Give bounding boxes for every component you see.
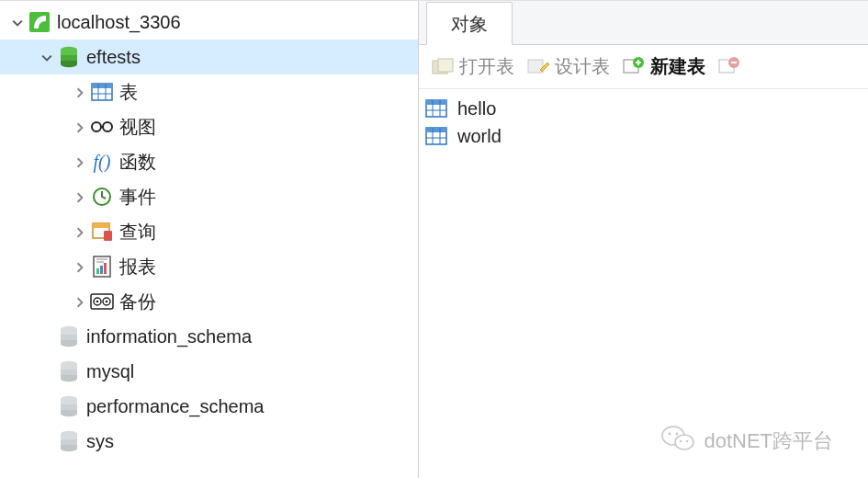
delete-table-button[interactable] xyxy=(713,54,746,80)
tree-database[interactable]: · performance_schema xyxy=(0,389,418,424)
watermark: dotNET跨平台 xyxy=(661,425,833,458)
function-icon: f() xyxy=(90,150,114,174)
chevron-right-icon[interactable] xyxy=(70,222,90,243)
db-label: sys xyxy=(86,431,114,452)
list-item[interactable]: hello xyxy=(421,95,866,122)
backup-icon xyxy=(90,290,114,313)
nav-tree: localhost_3306 eftests 表 视图 f() 函数 事件 xyxy=(0,1,418,478)
item-label: 查询 xyxy=(119,220,156,245)
svg-point-7 xyxy=(92,122,101,131)
table-name: hello xyxy=(457,98,496,120)
glasses-icon xyxy=(90,115,114,139)
svg-rect-11 xyxy=(93,223,109,228)
table-icon xyxy=(90,80,114,104)
item-label: 报表 xyxy=(119,255,156,279)
svg-point-22 xyxy=(96,301,99,303)
svg-rect-3 xyxy=(92,84,112,88)
design-table-icon xyxy=(527,56,549,78)
item-label: 备份 xyxy=(119,290,156,314)
clock-icon xyxy=(90,185,114,209)
item-label: 函数 xyxy=(119,150,156,175)
design-table-button[interactable]: 设计表 xyxy=(522,52,615,81)
svg-point-46 xyxy=(675,435,693,450)
chevron-right-icon[interactable] xyxy=(70,187,90,208)
tree-connection[interactable]: localhost_3306 xyxy=(0,5,418,40)
svg-rect-12 xyxy=(104,231,112,241)
db-label: performance_schema xyxy=(86,396,264,417)
svg-rect-29 xyxy=(438,59,453,72)
item-label: 事件 xyxy=(119,185,156,210)
tool-label: 设计表 xyxy=(555,54,610,79)
list-item[interactable]: world xyxy=(421,122,866,150)
item-label: 视图 xyxy=(119,115,156,140)
tab-objects[interactable]: 对象 xyxy=(426,2,513,45)
database-icon-inactive xyxy=(57,324,81,348)
chevron-down-icon[interactable] xyxy=(37,47,57,68)
tree-item-backups[interactable]: 备份 xyxy=(0,284,418,319)
open-table-button[interactable]: 打开表 xyxy=(426,52,520,81)
open-table-icon xyxy=(432,56,454,78)
query-icon xyxy=(90,220,114,244)
tree-item-events[interactable]: 事件 xyxy=(0,179,418,214)
svg-point-47 xyxy=(669,433,671,436)
main-panel: 对象 打开表 设计表 新建表 hello xyxy=(418,1,868,478)
report-icon xyxy=(90,255,114,279)
database-icon-inactive xyxy=(57,394,81,418)
tool-label: 打开表 xyxy=(459,54,514,79)
db-label: eftests xyxy=(86,47,141,68)
tab-bar: 对象 xyxy=(419,1,868,45)
svg-point-8 xyxy=(103,122,112,131)
table-name: world xyxy=(457,126,502,147)
svg-rect-41 xyxy=(426,128,446,132)
delete-table-icon xyxy=(718,56,740,78)
chevron-right-icon[interactable] xyxy=(70,152,90,173)
tree-item-queries[interactable]: 查询 xyxy=(0,214,418,249)
server-icon xyxy=(28,10,51,34)
svg-rect-15 xyxy=(100,266,103,274)
database-icon-inactive xyxy=(57,429,81,453)
tree-item-reports[interactable]: 报表 xyxy=(0,249,418,284)
svg-rect-36 xyxy=(426,100,446,105)
chevron-right-icon[interactable] xyxy=(70,256,90,278)
database-icon-inactive xyxy=(57,359,81,383)
tree-database-selected[interactable]: eftests xyxy=(0,40,418,74)
table-icon xyxy=(424,124,448,148)
db-label: information_schema xyxy=(86,326,252,347)
connection-label: localhost_3306 xyxy=(57,12,181,33)
item-label: 表 xyxy=(119,80,138,105)
svg-rect-14 xyxy=(96,268,99,274)
tree-database[interactable]: · information_schema xyxy=(0,319,418,354)
toolbar: 打开表 设计表 新建表 xyxy=(419,45,868,89)
tree-item-tables[interactable]: 表 xyxy=(0,74,418,109)
svg-point-48 xyxy=(676,433,679,436)
wechat-icon xyxy=(661,425,694,458)
chevron-right-icon[interactable] xyxy=(70,117,90,138)
tree-item-functions[interactable]: f() 函数 xyxy=(0,144,418,179)
watermark-text: dotNET跨平台 xyxy=(704,427,833,455)
new-table-button[interactable]: 新建表 xyxy=(617,52,711,81)
tree-database[interactable]: · mysql xyxy=(0,354,418,389)
new-table-icon xyxy=(623,56,645,78)
database-icon xyxy=(57,45,81,69)
table-list: hello world xyxy=(419,89,868,155)
svg-rect-16 xyxy=(104,263,107,274)
chevron-right-icon[interactable] xyxy=(70,291,90,313)
svg-point-49 xyxy=(680,440,682,442)
chevron-down-icon[interactable] xyxy=(7,12,28,33)
tool-label: 新建表 xyxy=(650,54,705,79)
table-icon xyxy=(424,97,448,120)
chevron-right-icon[interactable] xyxy=(70,82,90,103)
svg-point-23 xyxy=(106,301,108,303)
svg-point-50 xyxy=(686,440,688,442)
tree-database[interactable]: · sys xyxy=(0,424,418,459)
tree-item-views[interactable]: 视图 xyxy=(0,109,418,144)
db-label: mysql xyxy=(86,361,134,382)
